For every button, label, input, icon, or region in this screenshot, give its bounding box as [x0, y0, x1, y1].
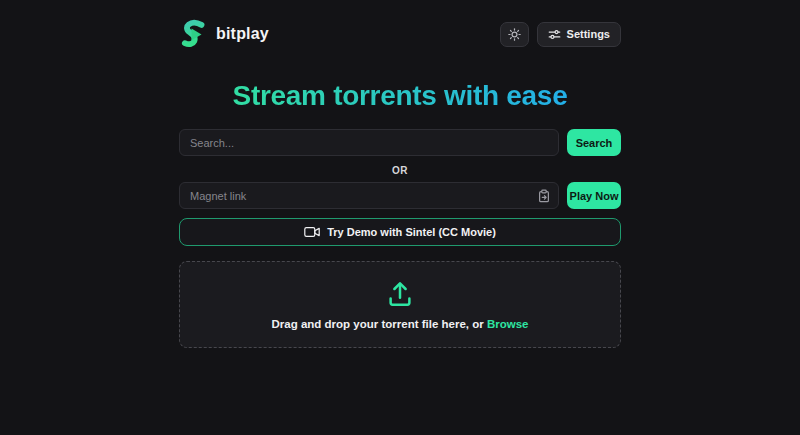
header-actions: Settings	[500, 22, 621, 47]
header: bitplay	[179, 0, 621, 49]
settings-button-label: Settings	[567, 28, 610, 40]
sliders-icon	[548, 28, 561, 41]
theme-toggle-button[interactable]	[500, 22, 529, 47]
try-demo-button-label: Try Demo with Sintel (CC Movie)	[327, 226, 496, 238]
upload-icon	[385, 279, 415, 309]
dropzone-instruction: Drag and drop your torrent file here, or	[272, 318, 487, 330]
clipboard-paste-icon	[537, 189, 551, 203]
bitplay-page: bitplay	[0, 0, 800, 435]
browse-link[interactable]: Browse	[487, 318, 529, 330]
or-divider: OR	[179, 165, 621, 176]
play-now-button[interactable]: Play Now	[567, 182, 621, 209]
brand-name: bitplay	[216, 25, 269, 43]
magnet-row: Play Now	[179, 182, 621, 209]
sun-icon	[508, 28, 521, 41]
paste-from-clipboard-button[interactable]	[537, 189, 551, 203]
dropzone-text: Drag and drop your torrent file here, or…	[272, 318, 529, 330]
bitplay-logo-icon	[179, 18, 209, 50]
brand[interactable]: bitplay	[179, 18, 269, 50]
settings-button[interactable]: Settings	[537, 22, 621, 47]
torrent-dropzone[interactable]: Drag and drop your torrent file here, or…	[179, 261, 621, 348]
magnet-link-input[interactable]	[179, 182, 559, 209]
page-title: Stream torrents with ease	[179, 80, 621, 112]
try-demo-button[interactable]: Try Demo with Sintel (CC Movie)	[179, 218, 621, 246]
video-camera-icon	[304, 226, 320, 238]
search-input[interactable]	[179, 129, 559, 156]
search-button[interactable]: Search	[567, 129, 621, 156]
search-row: Search	[179, 129, 621, 156]
